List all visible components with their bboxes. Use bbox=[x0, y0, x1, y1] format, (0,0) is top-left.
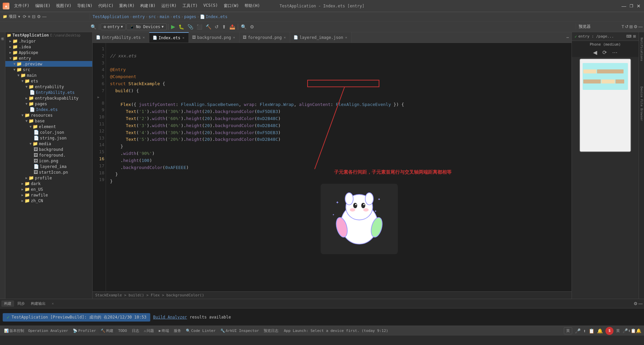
tab-close-3[interactable]: ✕ bbox=[232, 35, 236, 40]
tab-close-1[interactable]: ✕ bbox=[142, 35, 146, 40]
preview-layout-btn[interactable]: ⊞ bbox=[633, 34, 636, 39]
preview-refresh-btn[interactable]: ↺ bbox=[625, 24, 629, 29]
status-log[interactable]: 日志 bbox=[130, 328, 141, 334]
status-version-control[interactable]: 📊 版本控制 bbox=[3, 328, 25, 334]
status-services[interactable]: 服务 bbox=[172, 328, 183, 334]
tree-item-starticon[interactable]: 🖼 startIcon.pn bbox=[5, 169, 92, 175]
tab-close-2[interactable]: ✕ bbox=[182, 36, 185, 40]
menu-run[interactable]: 运行(R) bbox=[159, 2, 179, 10]
search-button[interactable]: 🔍 bbox=[89, 23, 98, 30]
preview-split-btn[interactable]: ⊞ bbox=[629, 24, 633, 29]
prev-device-button[interactable]: ◀ bbox=[593, 49, 597, 56]
tree-item-foreground[interactable]: 🖼 foreground. bbox=[5, 152, 92, 158]
status-terminal[interactable]: ▶ 终端 bbox=[157, 328, 171, 334]
entry-dropdown[interactable]: ⚙ entry ▼ bbox=[101, 23, 126, 30]
tab-close-5[interactable]: ✕ bbox=[344, 35, 348, 40]
tree-item-icon[interactable]: 🖼 icon.png bbox=[5, 158, 92, 164]
tree-item-base[interactable]: ▼ 📁 base bbox=[5, 118, 92, 124]
tab-index[interactable]: 📄 Index.ets ✕ bbox=[149, 32, 189, 43]
tree-item-pages[interactable]: ▼ 📁 pages bbox=[5, 101, 92, 107]
device-options-button[interactable]: ⋯ bbox=[612, 49, 618, 56]
refresh-button[interactable]: ↺ bbox=[213, 23, 220, 30]
run-button[interactable]: ▶ bbox=[170, 23, 176, 31]
menu-file[interactable]: 文件(F) bbox=[11, 2, 32, 10]
tree-item-en-us[interactable]: ▶ 📁 en_US bbox=[5, 186, 92, 192]
search-everywhere-button[interactable]: 🔍 bbox=[239, 23, 248, 30]
tree-item-main[interactable]: ▼ 📁 main bbox=[5, 72, 92, 78]
breadcrumb-main[interactable]: main bbox=[160, 14, 169, 19]
close-button[interactable]: ✕ bbox=[636, 3, 641, 9]
menu-view[interactable]: 视图(V) bbox=[53, 2, 74, 10]
bottom-tab-build[interactable]: 构建 bbox=[1, 300, 14, 307]
rotate-device-button[interactable]: ⟳ bbox=[602, 49, 607, 56]
bottom-settings-button[interactable]: ⚙ bbox=[634, 301, 638, 306]
menu-vcs[interactable]: VCS(S) bbox=[201, 2, 220, 10]
menu-window[interactable]: 窗口(W) bbox=[221, 2, 242, 10]
no-devices-dropdown[interactable]: 📱 No Devices ▼ bbox=[126, 23, 166, 30]
status-issues[interactable]: ⚠ 问题 bbox=[142, 328, 156, 334]
menu-refactor[interactable]: 重构(R) bbox=[116, 2, 137, 10]
bookmarks-tab[interactable]: 书签 bbox=[0, 34, 5, 36]
tree-item-layered[interactable]: 📄 layered_ima bbox=[5, 164, 92, 169]
tree-item-profile[interactable]: ▶ 📁 profile bbox=[5, 175, 92, 181]
status-preview-log[interactable]: 预览日志 bbox=[262, 328, 280, 334]
status-bell-icon[interactable]: 🔔 bbox=[597, 328, 603, 334]
menu-code[interactable]: 代码(C) bbox=[96, 2, 116, 10]
debug-button[interactable]: 🐛 bbox=[177, 23, 185, 30]
tree-item-appscope[interactable]: ▶ 📁 AppScope bbox=[5, 50, 92, 55]
attach-button[interactable]: 📎 bbox=[186, 23, 195, 30]
tree-item-root[interactable]: 📁 TestApplication E:\nana\Desktop bbox=[5, 32, 92, 38]
tree-item-idea[interactable]: ▶ 📁 .idea bbox=[5, 44, 92, 50]
menu-navigate[interactable]: 导航(N) bbox=[74, 2, 95, 10]
tree-item-ets[interactable]: ▼ 📁 ets bbox=[5, 78, 92, 84]
preview-settings-btn[interactable]: ⚙ bbox=[634, 24, 638, 29]
menu-tools[interactable]: 工具(T) bbox=[180, 2, 201, 10]
tree-item-background[interactable]: 🖼 background bbox=[5, 147, 92, 152]
project-dropdown-icon[interactable]: ▼ bbox=[18, 15, 20, 18]
tree-item-zh-cn[interactable]: ▶ 📁 zh_CN bbox=[5, 198, 92, 204]
tree-item-src[interactable]: ▼ 📁 src bbox=[5, 67, 92, 72]
sidebar-refresh-button[interactable]: ⟳ bbox=[23, 14, 26, 19]
preview-font-btn[interactable]: T bbox=[622, 24, 624, 29]
tree-item-index-ets[interactable]: 📄 Index.ets bbox=[5, 107, 92, 112]
breadcrumb-src[interactable]: src bbox=[149, 14, 156, 19]
tab-foreground[interactable]: 🖼 foreground.png ✕ bbox=[239, 32, 290, 43]
tree-item-string-json[interactable]: 📄 string.json bbox=[5, 135, 92, 141]
tab-layered[interactable]: 📄 layered_image.json ✕ bbox=[290, 32, 352, 43]
tab-more-button[interactable]: ⋯ bbox=[564, 35, 572, 40]
bottom-minimize-button[interactable]: — bbox=[638, 301, 643, 306]
status-op-analyzer[interactable]: Operation Analyzer bbox=[26, 328, 70, 334]
status-build[interactable]: 🔨 构建 bbox=[99, 328, 115, 334]
tree-item-resources[interactable]: ▼ 📁 resources bbox=[5, 112, 92, 118]
device-file-tab[interactable]: Device File Browser bbox=[639, 84, 644, 124]
status-lang[interactable]: 英 bbox=[564, 327, 572, 334]
menu-build[interactable]: 构建(B) bbox=[138, 2, 158, 10]
breadcrumb-entry[interactable]: entry bbox=[133, 14, 145, 19]
tree-item-media[interactable]: ▼ 📁 media bbox=[5, 141, 92, 147]
status-arkui[interactable]: 🔧 ArkUI Inspector bbox=[218, 328, 261, 334]
tree-item-entry[interactable]: ▼ 📁 entry bbox=[5, 55, 92, 61]
menu-edit[interactable]: 编辑(E) bbox=[33, 2, 53, 10]
sogou-icon[interactable]: S bbox=[605, 327, 613, 335]
status-linter[interactable]: 🔍 Code Linter bbox=[184, 328, 218, 334]
build-analyzer-link[interactable]: Build Analyzer bbox=[153, 315, 187, 320]
sidebar-minimize-button[interactable]: — bbox=[42, 14, 47, 19]
sidebar-collapse-button[interactable]: ≡ bbox=[28, 14, 31, 19]
sidebar-settings-button[interactable]: ⚙ bbox=[37, 14, 41, 19]
tree-item-preview[interactable]: ▼ 📁 .preview bbox=[5, 61, 92, 67]
tree-item-dark[interactable]: ▶ 📁 dark bbox=[5, 181, 92, 186]
tree-item-rawfile[interactable]: ▶ 📁 rawfile bbox=[5, 192, 92, 198]
sidebar-expand-button[interactable]: ⊟ bbox=[32, 14, 36, 19]
breadcrumb-pages[interactable]: pages bbox=[184, 14, 196, 19]
preview-minimize-btn[interactable]: — bbox=[638, 24, 643, 29]
code-editor[interactable]: 12345 67▶89 1011121314 1516171819 // xxx… bbox=[93, 43, 572, 291]
preview-code-btn[interactable]: ⌨ bbox=[626, 34, 632, 39]
maximize-button[interactable]: ❐ bbox=[629, 3, 634, 9]
build-button2[interactable]: 🔨 bbox=[204, 23, 213, 30]
tree-item-hvigor[interactable]: ▶ 📁 .hvigor bbox=[5, 38, 92, 44]
tree-item-color-json[interactable]: 📄 color.json bbox=[5, 129, 92, 135]
status-clipboard-icon[interactable]: 📋 bbox=[589, 328, 594, 334]
tab-close-4[interactable]: ✕ bbox=[283, 35, 286, 40]
breadcrumb-app[interactable]: TestApplication bbox=[93, 14, 129, 19]
tree-item-entrybackup[interactable]: ▶ 📁 entrybackupability bbox=[5, 95, 92, 101]
